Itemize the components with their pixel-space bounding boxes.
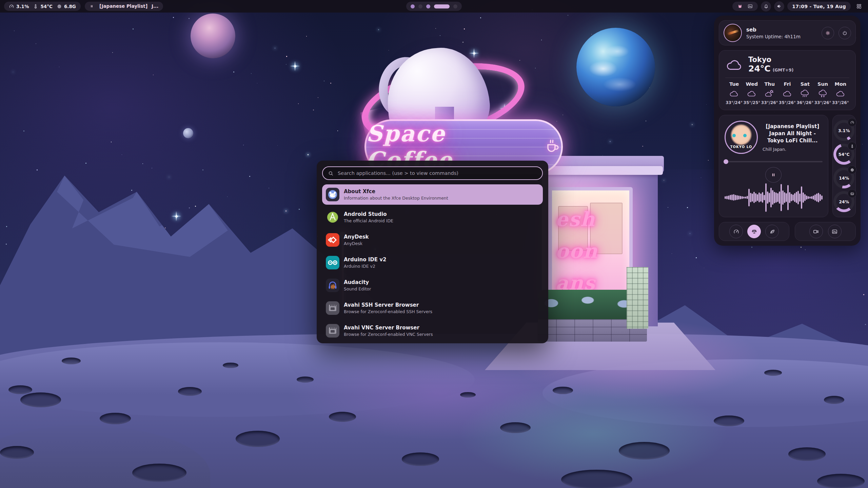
xfce-app-icon	[326, 188, 339, 201]
app-row-android-studio[interactable]: Android StudioThe official Android IDE	[322, 207, 543, 227]
cloud-weather-icon	[747, 89, 757, 98]
viz-bar	[770, 188, 772, 207]
star	[23, 130, 24, 131]
app-name: AnyDesk	[344, 234, 369, 240]
workspace-dot-5-empty[interactable]	[453, 4, 457, 8]
viz-bar	[747, 196, 748, 199]
star	[306, 36, 307, 37]
viz-bar	[799, 194, 801, 202]
crater	[223, 363, 238, 368]
launcher-search[interactable]	[322, 166, 543, 180]
workspace-dot-4-active[interactable]	[434, 4, 450, 8]
now-playing-pill[interactable]: 【Japanese Playlist】 J...	[85, 2, 163, 11]
app-description: The official Android IDE	[344, 218, 393, 223]
viz-bar	[748, 189, 750, 206]
viz-bar	[769, 193, 770, 202]
star	[435, 28, 436, 29]
star	[131, 190, 132, 191]
seek-slider[interactable]	[725, 159, 823, 164]
control-panel: seb System Uptime: 4h11m Tokyo 24°C (GMT…	[714, 16, 861, 246]
app-row-avahi-vnc-server-browser[interactable]: Avahi VNC Server BrowserBrowse for Zeroc…	[322, 321, 543, 341]
scales-icon	[751, 228, 757, 235]
viz-bar	[760, 194, 762, 202]
day-label: Fri	[784, 81, 791, 87]
clock[interactable]: 17:09 - Tue, 19 Aug	[787, 2, 851, 11]
shop-tile-pillar	[627, 267, 648, 329]
day-label: Wed	[746, 81, 758, 87]
seek-knob[interactable]	[724, 159, 728, 164]
app-name: Avahi VNC Server Browser	[344, 325, 433, 331]
profile-balanced-button[interactable]	[747, 225, 761, 238]
viz-bar	[762, 192, 763, 203]
star	[286, 56, 287, 57]
power-button[interactable]	[839, 27, 851, 39]
screenshot-button[interactable]	[828, 225, 842, 238]
crater	[0, 446, 34, 459]
viz-bar	[809, 197, 811, 199]
cpu-value: 3.1%	[16, 4, 29, 9]
wallpaper-tray-icon[interactable]	[747, 3, 753, 9]
gauge-thermometer: 54°C	[833, 144, 854, 165]
cloud-weather-icon	[835, 89, 846, 98]
shop-cornice	[537, 166, 663, 175]
system-gauges-card: 3.1%54°C14%24%	[832, 115, 856, 217]
notifications-button[interactable]	[761, 1, 771, 12]
star	[690, 233, 690, 234]
profile-power-saver-button[interactable]	[765, 225, 779, 238]
star	[298, 103, 299, 104]
play-pause-button[interactable]	[765, 167, 782, 183]
ground-tint	[458, 383, 729, 485]
workspace-switcher	[406, 2, 462, 11]
crater	[553, 387, 573, 394]
crater	[788, 447, 826, 461]
workspace-dot-1-occupied[interactable]	[411, 4, 415, 8]
star	[189, 207, 190, 208]
day-temps: 35°/25°	[744, 100, 761, 105]
app-row-anydesk[interactable]: AnyDeskAnyDesk	[322, 230, 543, 250]
app-description: Arduino IDE v2	[344, 264, 387, 269]
day-temps: 33°/26°	[761, 100, 778, 105]
gauge-chip: 14%	[833, 167, 854, 188]
xfce-mouse-tray-icon[interactable]	[737, 3, 743, 9]
viz-bar	[818, 193, 819, 202]
rain-weather-icon	[800, 89, 810, 98]
viz-bar	[731, 195, 733, 200]
star	[153, 75, 154, 75]
settings-button[interactable]	[822, 27, 834, 39]
viz-bar	[742, 196, 743, 199]
system-stats-pill[interactable]: 3.1% 54°C 6.8G	[4, 2, 81, 11]
speaker-icon	[776, 3, 782, 9]
weather-card: Tokyo 24°C (GMT+9) Tue33°/24°Wed35°/25°T…	[719, 50, 856, 110]
viz-bar	[787, 185, 789, 210]
star	[863, 294, 864, 295]
weather-city: Tokyo	[748, 56, 793, 64]
viz-bar	[782, 190, 784, 205]
crater	[460, 392, 476, 398]
screen-record-button[interactable]	[809, 225, 823, 238]
app-list: About XfceInformation about the Xfce Des…	[322, 184, 543, 341]
volume-button[interactable]	[774, 1, 784, 12]
profile-performance-button[interactable]	[729, 225, 743, 238]
viz-bar	[816, 194, 817, 202]
viz-bar	[820, 194, 821, 201]
forecast-day-sun: Sun33°/26°	[814, 81, 831, 105]
overview-button[interactable]	[854, 1, 864, 12]
day-label: Tue	[729, 81, 739, 87]
anydesk-app-icon	[326, 233, 339, 247]
star	[687, 207, 688, 208]
star	[308, 154, 309, 155]
workspace-dot-3-occupied[interactable]	[426, 4, 430, 8]
app-row-avahi-ssh-server-browser[interactable]: Avahi SSH Server BrowserBrowse for Zeroc…	[322, 298, 543, 318]
viz-bar	[764, 195, 765, 200]
star	[202, 169, 203, 170]
day-temps: 36°/26°	[796, 100, 813, 105]
search-input[interactable]	[337, 170, 537, 176]
crater	[329, 412, 356, 422]
viz-bar	[735, 195, 736, 200]
workspace-dot-2-empty[interactable]	[418, 4, 422, 8]
app-name: Audacity	[344, 279, 371, 286]
app-row-arduino-ide-v2[interactable]: Arduino IDE v2Arduino IDE v2	[322, 252, 543, 273]
app-row-audacity[interactable]: AudacitySound Editor	[322, 275, 543, 296]
app-row-about-xfce[interactable]: About XfceInformation about the Xfce Des…	[322, 184, 543, 205]
viz-bar	[821, 196, 823, 200]
